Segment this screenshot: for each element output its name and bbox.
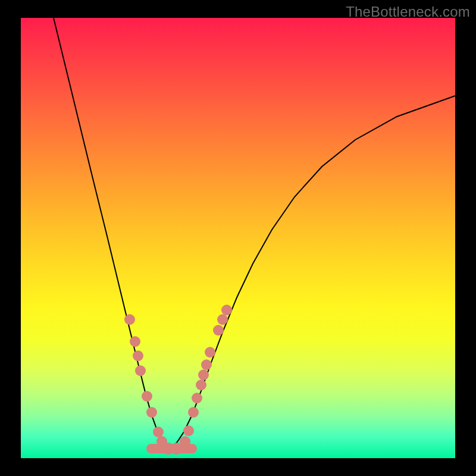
data-dot bbox=[188, 407, 199, 418]
data-dot bbox=[180, 436, 190, 447]
curve-right-branch bbox=[170, 96, 455, 449]
data-dot bbox=[201, 359, 212, 370]
data-dot bbox=[198, 369, 209, 380]
curve-left-branch bbox=[54, 18, 170, 449]
chart-svg bbox=[21, 18, 455, 458]
data-dots bbox=[124, 305, 232, 455]
data-dot bbox=[217, 314, 228, 325]
data-dot bbox=[130, 336, 140, 347]
data-dot bbox=[124, 314, 135, 325]
data-dot bbox=[146, 407, 157, 418]
data-dot bbox=[192, 393, 202, 403]
data-dot bbox=[196, 380, 206, 390]
data-dot bbox=[153, 427, 164, 437]
data-dot bbox=[205, 347, 215, 358]
data-dot bbox=[183, 425, 194, 436]
data-dot bbox=[142, 391, 152, 402]
data-dot bbox=[135, 365, 146, 376]
data-dot bbox=[213, 325, 224, 336]
data-dot bbox=[221, 305, 232, 315]
data-dot bbox=[133, 350, 143, 361]
chart-frame: TheBottleneck.com bbox=[0, 0, 476, 476]
plot-area bbox=[21, 18, 455, 458]
